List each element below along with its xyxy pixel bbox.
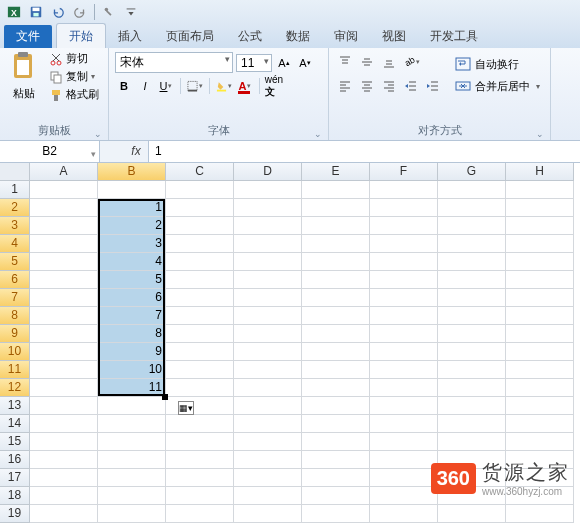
increase-indent-icon[interactable] [423, 76, 443, 96]
cell-H11[interactable] [506, 361, 574, 379]
cell-G6[interactable] [438, 271, 506, 289]
align-top-icon[interactable] [335, 52, 355, 72]
font-color-button[interactable]: A [236, 77, 254, 95]
format-painter-button[interactable]: 格式刷 [46, 86, 102, 103]
tool-icon[interactable] [99, 2, 119, 22]
row-header-4[interactable]: 4 [0, 235, 30, 253]
italic-button[interactable]: I [136, 77, 154, 95]
cell-A19[interactable] [30, 505, 98, 523]
column-header-A[interactable]: A [30, 163, 98, 181]
cell-C11[interactable] [166, 361, 234, 379]
cell-D1[interactable] [234, 181, 302, 199]
row-header-17[interactable]: 17 [0, 469, 30, 487]
row-header-19[interactable]: 19 [0, 505, 30, 523]
row-header-7[interactable]: 7 [0, 289, 30, 307]
cell-E11[interactable] [302, 361, 370, 379]
cell-E3[interactable] [302, 217, 370, 235]
cell-F1[interactable] [370, 181, 438, 199]
cell-C13[interactable] [166, 397, 234, 415]
cell-A3[interactable] [30, 217, 98, 235]
row-header-12[interactable]: 12 [0, 379, 30, 397]
cell-A9[interactable] [30, 325, 98, 343]
cell-D13[interactable] [234, 397, 302, 415]
cell-D5[interactable] [234, 253, 302, 271]
cell-D7[interactable] [234, 289, 302, 307]
bold-button[interactable]: B [115, 77, 133, 95]
cell-C5[interactable] [166, 253, 234, 271]
decrease-indent-icon[interactable] [401, 76, 421, 96]
cell-D4[interactable] [234, 235, 302, 253]
redo-icon[interactable] [70, 2, 90, 22]
align-bottom-icon[interactable] [379, 52, 399, 72]
autofill-options-icon[interactable]: ▦▾ [178, 401, 194, 415]
border-button[interactable] [186, 77, 204, 95]
tab-developer[interactable]: 开发工具 [418, 24, 490, 48]
row-header-9[interactable]: 9 [0, 325, 30, 343]
cell-F7[interactable] [370, 289, 438, 307]
cell-B17[interactable] [98, 469, 166, 487]
cell-D15[interactable] [234, 433, 302, 451]
wrap-text-button[interactable]: 自动换行 [451, 54, 544, 74]
cell-C15[interactable] [166, 433, 234, 451]
cell-G13[interactable] [438, 397, 506, 415]
tab-formulas[interactable]: 公式 [226, 24, 274, 48]
cell-F5[interactable] [370, 253, 438, 271]
fill-color-button[interactable] [215, 77, 233, 95]
cell-C8[interactable] [166, 307, 234, 325]
cell-D16[interactable] [234, 451, 302, 469]
cell-E14[interactable] [302, 415, 370, 433]
cell-H6[interactable] [506, 271, 574, 289]
cell-E1[interactable] [302, 181, 370, 199]
cell-A5[interactable] [30, 253, 98, 271]
row-header-13[interactable]: 13 [0, 397, 30, 415]
cell-D12[interactable] [234, 379, 302, 397]
cell-C4[interactable] [166, 235, 234, 253]
cell-E12[interactable] [302, 379, 370, 397]
cell-A14[interactable] [30, 415, 98, 433]
row-header-10[interactable]: 10 [0, 343, 30, 361]
row-header-5[interactable]: 5 [0, 253, 30, 271]
cell-B16[interactable] [98, 451, 166, 469]
cell-E4[interactable] [302, 235, 370, 253]
cell-G14[interactable] [438, 415, 506, 433]
phonetic-button[interactable]: wén文 [265, 77, 283, 95]
cell-G12[interactable] [438, 379, 506, 397]
cell-A1[interactable] [30, 181, 98, 199]
cell-E18[interactable] [302, 487, 370, 505]
cell-C19[interactable] [166, 505, 234, 523]
paste-button[interactable]: 粘贴 [6, 50, 42, 118]
cell-H4[interactable] [506, 235, 574, 253]
cell-H8[interactable] [506, 307, 574, 325]
align-left-icon[interactable] [335, 76, 355, 96]
cell-G19[interactable] [438, 505, 506, 523]
cell-A10[interactable] [30, 343, 98, 361]
cell-B19[interactable] [98, 505, 166, 523]
undo-icon[interactable] [48, 2, 68, 22]
cell-B4[interactable]: 3 [98, 235, 166, 253]
cell-F10[interactable] [370, 343, 438, 361]
cell-D10[interactable] [234, 343, 302, 361]
font-name-combo[interactable]: 宋体 [115, 52, 233, 73]
cell-A18[interactable] [30, 487, 98, 505]
cut-button[interactable]: 剪切 [46, 50, 102, 67]
formula-input[interactable]: 1 [148, 141, 580, 162]
cell-F18[interactable] [370, 487, 438, 505]
align-right-icon[interactable] [379, 76, 399, 96]
column-header-B[interactable]: B [98, 163, 166, 181]
cell-F4[interactable] [370, 235, 438, 253]
cell-G9[interactable] [438, 325, 506, 343]
column-header-D[interactable]: D [234, 163, 302, 181]
cell-E16[interactable] [302, 451, 370, 469]
cell-E13[interactable] [302, 397, 370, 415]
cell-H5[interactable] [506, 253, 574, 271]
cell-D14[interactable] [234, 415, 302, 433]
row-header-16[interactable]: 16 [0, 451, 30, 469]
orientation-icon[interactable]: ab▾ [401, 52, 421, 72]
cell-E2[interactable] [302, 199, 370, 217]
fill-handle[interactable] [162, 394, 168, 400]
cell-D18[interactable] [234, 487, 302, 505]
cell-A11[interactable] [30, 361, 98, 379]
tab-insert[interactable]: 插入 [106, 24, 154, 48]
cell-F2[interactable] [370, 199, 438, 217]
cell-E8[interactable] [302, 307, 370, 325]
